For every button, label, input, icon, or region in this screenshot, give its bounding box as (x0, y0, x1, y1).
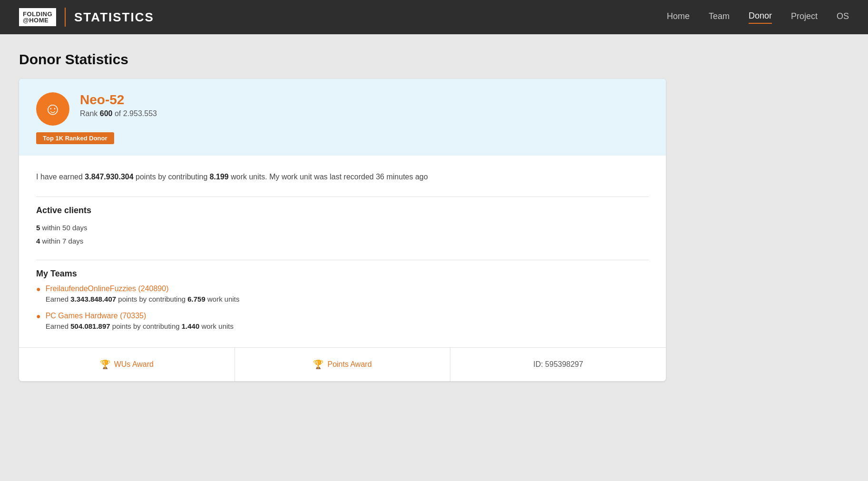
nav-donor[interactable]: Donor (749, 11, 772, 24)
page-title: Donor Statistics (19, 51, 849, 68)
trophy-icon: 🏆 (313, 359, 323, 370)
donor-id-footer: ID: 595398297 (450, 348, 666, 381)
page-content: Donor Statistics ☺ Neo-52 Rank 600 of 2.… (0, 34, 868, 398)
logo-line2: @HOME (23, 17, 52, 23)
team-points: 3.343.848.407 (70, 295, 116, 303)
points-award-label: Points Award (327, 360, 371, 369)
team-stats: Earned 3.343.848.407 points by contribut… (46, 295, 240, 303)
active-clients-list: 5 within 50 days 4 within 7 days (36, 221, 649, 248)
team-bullet: ● (36, 285, 41, 294)
donor-rank: Rank 600 of 2.953.553 (80, 109, 157, 118)
team-stats: Earned 504.081.897 points by contributin… (46, 322, 234, 330)
team-content: PC Games Hardware (70335) Earned 504.081… (46, 312, 234, 330)
card-header: ☺ Neo-52 Rank 600 of 2.953.553 Top 1K Ra… (19, 79, 666, 156)
my-teams-title: My Teams (36, 269, 649, 279)
nav-links: Home Team Donor Project OS (667, 11, 849, 24)
wus-award-footer[interactable]: 🏆 WUs Award (19, 348, 235, 381)
clients-7-count: 4 (36, 237, 40, 245)
team-points: 504.081.897 (70, 322, 110, 330)
list-item: 4 within 7 days (36, 235, 649, 248)
nav-project[interactable]: Project (791, 11, 818, 23)
trophy-icon: 🏆 (100, 359, 110, 370)
avatar: ☺ (36, 92, 69, 126)
clients-50-label: within 50 days (42, 224, 88, 232)
donor-card: ☺ Neo-52 Rank 600 of 2.953.553 Top 1K Ra… (19, 79, 666, 381)
list-item: ● PC Games Hardware (70335) Earned 504.0… (36, 312, 649, 330)
site-title: STATISTICS (74, 10, 154, 25)
nav-team[interactable]: Team (709, 11, 730, 23)
total-points: 3.847.930.304 (85, 173, 133, 181)
donor-badge: Top 1K Ranked Donor (36, 132, 114, 144)
list-item: ● FreilaufendeOnlineFuzzies (240890) Ear… (36, 285, 649, 303)
list-item: 5 within 50 days (36, 221, 649, 235)
team-bullet: ● (36, 312, 41, 321)
team-content: FreilaufendeOnlineFuzzies (240890) Earne… (46, 285, 240, 303)
logo[interactable]: FOLDING @HOME STATISTICS (19, 8, 154, 27)
clients-50-count: 5 (36, 224, 40, 232)
team-link[interactable]: FreilaufendeOnlineFuzzies (240890) (46, 285, 169, 293)
active-clients-title: Active clients (36, 206, 649, 216)
nav-os[interactable]: OS (837, 11, 849, 23)
main-nav: FOLDING @HOME STATISTICS Home Team Donor… (0, 0, 868, 34)
summary-text: I have earned 3.847.930.304 points by co… (36, 171, 649, 183)
nav-home[interactable]: Home (667, 11, 690, 23)
my-teams-section: My Teams ● FreilaufendeOnlineFuzzies (24… (36, 260, 649, 330)
donor-id: ID: 595398297 (533, 360, 583, 369)
team-link[interactable]: PC Games Hardware (70335) (46, 312, 146, 320)
total-wus: 8.199 (210, 173, 229, 181)
wus-award-label: WUs Award (114, 360, 154, 369)
teams-list: ● FreilaufendeOnlineFuzzies (240890) Ear… (36, 285, 649, 330)
avatar-icon: ☺ (44, 100, 62, 118)
card-body: I have earned 3.847.930.304 points by co… (19, 156, 666, 330)
points-award-footer[interactable]: 🏆 Points Award (235, 348, 451, 381)
team-wus: 6.759 (187, 295, 205, 303)
clients-7-label: within 7 days (42, 237, 84, 245)
rank-of: of 2.953.553 (115, 109, 157, 118)
card-footer: 🏆 WUs Award 🏆 Points Award ID: 595398297 (19, 347, 666, 381)
donor-name: Neo-52 (80, 92, 157, 108)
logo-divider (65, 8, 66, 27)
rank-value: 600 (100, 109, 113, 118)
team-wus: 1.440 (182, 322, 200, 330)
active-clients-section: Active clients 5 within 50 days 4 within… (36, 196, 649, 248)
donor-info: Neo-52 Rank 600 of 2.953.553 (80, 92, 157, 118)
